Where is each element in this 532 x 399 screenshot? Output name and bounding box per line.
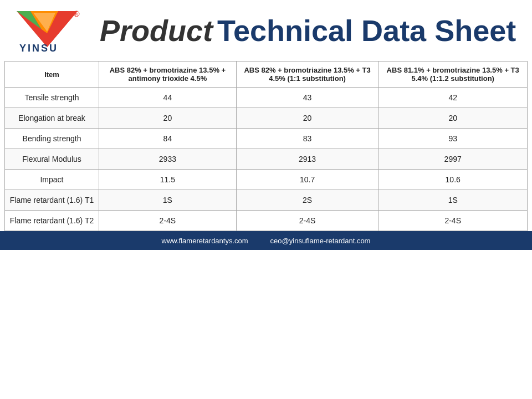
row-col1: 1S <box>99 190 237 211</box>
product-data-table: Item ABS 82% + bromotriazine 13.5% + ant… <box>4 61 528 231</box>
table-header-row: Item ABS 82% + bromotriazine 13.5% + ant… <box>5 62 528 88</box>
table-row: Elongation at break202020 <box>5 108 528 129</box>
table-row: Tensile strength444342 <box>5 88 528 108</box>
row-label: Bending strength <box>5 129 99 149</box>
title-rest: Technical Data Sheet <box>217 13 516 48</box>
row-col2: 83 <box>236 129 378 149</box>
row-col2: 2S <box>236 190 378 211</box>
row-col2: 20 <box>236 108 378 129</box>
row-col1: 2-4S <box>99 211 237 231</box>
table-row: Impact11.510.710.6 <box>5 170 528 190</box>
row-label: Impact <box>5 170 99 190</box>
row-col2: 2-4S <box>236 211 378 231</box>
row-col1: 11.5 <box>99 170 237 190</box>
row-col3: 93 <box>378 129 528 149</box>
row-col3: 20 <box>378 108 528 129</box>
row-col3: 42 <box>378 88 528 108</box>
table-row: Flexural Modulus293329132997 <box>5 149 528 170</box>
row-col3: 2-4S <box>378 211 528 231</box>
row-col2: 10.7 <box>236 170 378 190</box>
table-row: Bending strength848393 <box>5 129 528 149</box>
col-header-3: ABS 81.1% + bromotriazine 13.5% + T3 5.4… <box>378 62 528 88</box>
data-table-container: Item ABS 82% + bromotriazine 13.5% + ant… <box>0 61 532 231</box>
logo-area: YINSU R <box>11 8 100 53</box>
row-label: Flame retardant (1.6) T1 <box>5 190 99 211</box>
footer-email: ceo@yinsuflame-retardant.com <box>270 237 371 245</box>
row-col3: 1S <box>378 190 528 211</box>
row-label: Flame retardant (1.6) T2 <box>5 211 99 231</box>
row-col3: 2997 <box>378 149 528 170</box>
col-header-1: ABS 82% + bromotriazine 13.5% + antimony… <box>99 62 237 88</box>
yinsu-logo: YINSU R <box>11 8 83 53</box>
svg-text:YINSU: YINSU <box>19 43 58 53</box>
title-area: Product Technical Data Sheet <box>100 13 521 48</box>
col-header-item: Item <box>5 62 99 88</box>
title-product: Product <box>100 13 213 48</box>
row-col1: 2933 <box>99 149 237 170</box>
svg-text:R: R <box>75 13 78 17</box>
footer-website: www.flameretardantys.com <box>162 237 248 245</box>
row-label: Flexural Modulus <box>5 149 99 170</box>
row-col1: 20 <box>99 108 237 129</box>
row-col2: 2913 <box>236 149 378 170</box>
col-header-2: ABS 82% + bromotriazine 13.5% + T3 4.5% … <box>236 62 378 88</box>
row-col2: 43 <box>236 88 378 108</box>
row-col3: 10.6 <box>378 170 528 190</box>
footer: www.flameretardantys.com ceo@yinsuflame-… <box>0 231 532 250</box>
header: YINSU R Product Technical Data Sheet <box>0 0 532 61</box>
row-label: Elongation at break <box>5 108 99 129</box>
table-row: Flame retardant (1.6) T11S2S1S <box>5 190 528 211</box>
row-label: Tensile strength <box>5 88 99 108</box>
row-col1: 84 <box>99 129 237 149</box>
table-row: Flame retardant (1.6) T22-4S2-4S2-4S <box>5 211 528 231</box>
row-col1: 44 <box>99 88 237 108</box>
